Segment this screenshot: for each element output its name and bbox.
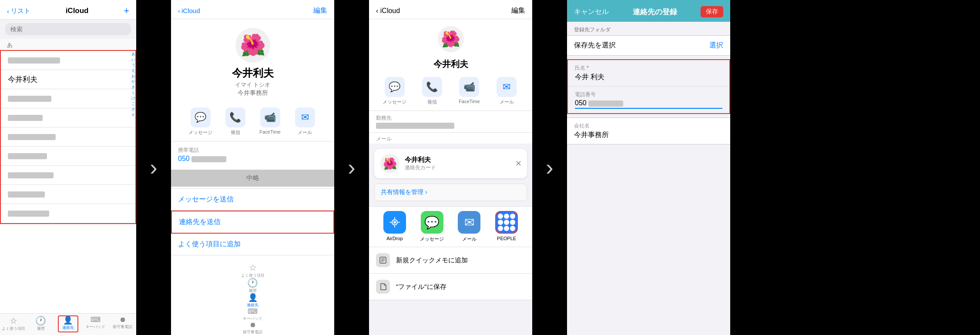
phone-field-value[interactable]: 050 [575, 99, 722, 109]
folder-value: 保存先を選択 [574, 41, 616, 50]
action-facetime[interactable]: 📹 FaceTime [257, 107, 283, 136]
panel-registration-form: キャンセル 連絡先の登録 保存 登録先フォルダ 保存先を選択 選択 氏名 * 今… [567, 0, 730, 335]
save-button[interactable]: 保存 [701, 6, 723, 17]
back-button-panel2[interactable]: ‹ iCloud [178, 7, 200, 14]
back-label-panel1: リスト [11, 7, 30, 15]
tab2-voicemail[interactable]: ⏺ 留守番電話 [171, 322, 334, 335]
share-action-file[interactable]: "ファイル"に保存 [369, 274, 532, 300]
action3-mail[interactable]: ✉ メール [493, 77, 520, 105]
phone-blurred-form [588, 100, 623, 107]
share-app-messages[interactable]: 💬 メッセージ [419, 211, 446, 242]
tab2-keypad[interactable]: ⌨ キーパッド [171, 308, 334, 322]
share-apps-row: AirDrop 💬 メッセージ ✉ メール [369, 206, 532, 247]
contact-company: 今井事務所 [238, 89, 268, 97]
airdrop-svg [389, 216, 401, 228]
list-item[interactable] [1, 147, 135, 166]
list-item[interactable] [1, 108, 135, 127]
menu-send-contact[interactable]: 連絡先を送信 [171, 211, 334, 234]
right-arrow-icon3: › [546, 156, 553, 179]
action3-call[interactable]: 📞 発信 [419, 77, 445, 105]
panel-contact-list: ‹ リスト iCloud + あ 今井利夫 [0, 0, 136, 335]
company-field-value[interactable]: 今井事務所 [574, 131, 723, 140]
share-app-people[interactable]: PEOPLE [493, 211, 520, 242]
company-field-group: 会社名 今井事務所 [567, 117, 730, 144]
cancel-button[interactable]: キャンセル [574, 7, 609, 17]
arrow-2: › [334, 0, 369, 335]
company-field-label: 会社名 [574, 122, 723, 130]
share-app-mail[interactable]: ✉ メール [456, 211, 483, 242]
list-item[interactable] [1, 51, 135, 70]
back-button-panel3[interactable]: ‹ iCloud [376, 7, 400, 15]
action3-facetime[interactable]: 📹 FaceTime [456, 77, 482, 105]
people-grid [498, 214, 515, 231]
share-app-airdrop[interactable]: AirDrop [381, 211, 408, 242]
menu-send-contact-label: 連絡先を送信 [179, 218, 221, 225]
menu-send-message[interactable]: メッセージを送信 [171, 189, 334, 211]
menu-section: メッセージを送信 連絡先を送信 よく使う項目に追加 [171, 188, 334, 255]
contact-phonetic: イマイ トシオ [235, 81, 271, 89]
tab2-contacts[interactable]: 👤 連絡先 [171, 294, 334, 308]
message-icon: 💬 [191, 107, 211, 127]
list-item[interactable] [1, 185, 135, 204]
work-value [376, 122, 525, 129]
share-action-memo[interactable]: 新規クイックメモに追加 [369, 247, 532, 274]
select-folder-button[interactable]: 選択 [709, 41, 723, 50]
name-field-value[interactable]: 今井 利夫 [575, 73, 722, 82]
list-item[interactable] [1, 127, 135, 147]
alpha-index[interactable]: あ い う え お か き く け こ さ # [130, 50, 136, 313]
search-input[interactable] [5, 23, 131, 35]
action-message-label: メッセージ [188, 129, 212, 136]
facetime-icon: 📹 [260, 107, 280, 127]
file-action-label: "ファイル"に保存 [396, 283, 446, 291]
message-icon3: 💬 [385, 77, 405, 97]
tab-recents[interactable]: 🕐 履歴 [27, 316, 55, 332]
panel-share-sheet: ‹ iCloud 編集 🌺 今井利夫 💬 メッセージ 📞 発信 📹 FaceTi… [369, 0, 532, 335]
tab-favorites-label: よく使う項目 [2, 326, 25, 332]
back-button-panel1[interactable]: ‹ リスト [7, 7, 30, 15]
mail-share-icon: ✉ [458, 211, 480, 234]
tab-voicemail[interactable]: ⏺ 留守番電話 [109, 316, 136, 332]
edit-button-panel2[interactable]: 編集 [313, 6, 327, 15]
memo-action-label: 新規クイックメモに追加 [396, 256, 468, 265]
star-icon2: ☆ [249, 263, 257, 272]
menu-add-favorite[interactable]: よく使う項目に追加 [171, 234, 334, 255]
phone-value: 050 [178, 155, 327, 163]
star-icon: ☆ [10, 316, 17, 325]
contact-avatar-panel2: 🌺 [235, 28, 270, 63]
action-mail[interactable]: ✉ メール [292, 107, 318, 136]
mail-icon: ✉ [295, 107, 315, 127]
action3-message[interactable]: 💬 メッセージ [382, 77, 408, 105]
manage-share-button[interactable]: 共有情報を管理 › [374, 184, 527, 201]
contact-avatar-panel3: 🌺 [438, 26, 464, 52]
preview-flower: 🌺 [383, 157, 397, 171]
airdrop-icon [383, 211, 406, 234]
blurred-name [8, 57, 60, 64]
action-call-label: 発信 [231, 129, 240, 136]
contact-header-panel3: 🌺 今井利夫 [369, 19, 532, 74]
tab-keypad[interactable]: ⌨ キーパッド [82, 316, 109, 332]
close-preview-button[interactable]: ✕ [515, 159, 522, 168]
list-item[interactable] [1, 204, 135, 223]
svg-point-1 [393, 221, 396, 224]
folder-info: 保存先を選択 [574, 41, 616, 50]
voicemail-icon2: ⏺ [249, 322, 256, 328]
phone-field-label: 電話番号 [575, 91, 722, 98]
flower-emoji3: 🌺 [441, 30, 460, 48]
list-item[interactable] [1, 89, 135, 108]
add-contact-button[interactable]: + [124, 6, 129, 16]
omit-bar: 中略 [171, 170, 334, 187]
list-item[interactable] [1, 166, 135, 185]
phone-info-section: 携帯電話 050 [171, 141, 334, 168]
tab2-recents[interactable]: 🕐 履歴 [171, 278, 334, 294]
tab-voicemail-label: 留守番電話 [113, 324, 132, 330]
blurred-name [8, 134, 56, 140]
blurred-name [8, 191, 45, 198]
chevron-left-icon2: ‹ [178, 7, 180, 14]
edit-button-panel3[interactable]: 編集 [511, 6, 525, 15]
tab2-favorites[interactable]: ☆ よく使う項目 [171, 263, 334, 278]
tab-contacts[interactable]: 👤 連絡先 [54, 316, 82, 332]
tab-favorites[interactable]: ☆ よく使う項目 [0, 316, 27, 332]
list-item-imai[interactable]: 今井利夫 [1, 70, 135, 89]
action-message[interactable]: 💬 メッセージ [188, 107, 214, 136]
action-call[interactable]: 📞 発信 [222, 107, 248, 136]
